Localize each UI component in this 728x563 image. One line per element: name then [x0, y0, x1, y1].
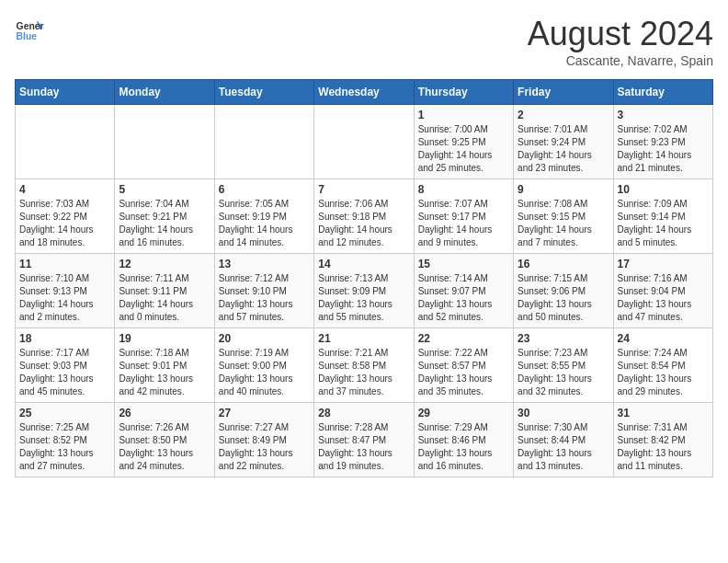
calendar-day-cell: 12Sunrise: 7:11 AM Sunset: 9:11 PM Dayli…	[115, 254, 214, 328]
day-info: Sunrise: 7:27 AM Sunset: 8:49 PM Dayligh…	[219, 421, 310, 473]
day-number: 18	[19, 332, 110, 345]
day-info: Sunrise: 7:29 AM Sunset: 8:46 PM Dayligh…	[418, 421, 509, 473]
calendar-day-cell: 18Sunrise: 7:17 AM Sunset: 9:03 PM Dayli…	[16, 328, 115, 403]
day-number: 26	[119, 407, 210, 419]
day-number: 16	[518, 258, 609, 270]
weekday-header-cell: Thursday	[414, 80, 513, 105]
day-info: Sunrise: 7:28 AM Sunset: 8:47 PM Dayligh…	[318, 421, 409, 473]
calendar-day-cell: 9Sunrise: 7:08 AM Sunset: 9:15 PM Daylig…	[514, 179, 613, 254]
location-subtitle: Cascante, Navarre, Spain	[528, 53, 713, 68]
day-info: Sunrise: 7:17 AM Sunset: 9:03 PM Dayligh…	[19, 347, 110, 398]
day-number: 3	[618, 109, 709, 121]
calendar-day-cell: 21Sunrise: 7:21 AM Sunset: 8:58 PM Dayli…	[314, 328, 414, 403]
day-number: 30	[518, 407, 609, 419]
weekday-header-cell: Monday	[115, 80, 214, 105]
day-info: Sunrise: 7:13 AM Sunset: 9:09 PM Dayligh…	[318, 272, 409, 324]
calendar-day-cell: 17Sunrise: 7:16 AM Sunset: 9:04 PM Dayli…	[613, 254, 712, 328]
calendar-day-cell: 13Sunrise: 7:12 AM Sunset: 9:10 PM Dayli…	[214, 254, 313, 328]
calendar-day-cell: 7Sunrise: 7:06 AM Sunset: 9:18 PM Daylig…	[314, 179, 414, 254]
calendar-day-cell: 10Sunrise: 7:09 AM Sunset: 9:14 PM Dayli…	[613, 179, 712, 254]
title-block: August 2024 Cascante, Navarre, Spain	[528, 15, 713, 68]
day-number: 8	[418, 183, 509, 196]
svg-text:Blue: Blue	[17, 31, 38, 41]
day-info: Sunrise: 7:11 AM Sunset: 9:11 PM Dayligh…	[119, 272, 210, 324]
calendar-day-cell: 1Sunrise: 7:00 AM Sunset: 9:25 PM Daylig…	[414, 105, 513, 179]
calendar-week-row: 1Sunrise: 7:00 AM Sunset: 9:25 PM Daylig…	[16, 105, 713, 179]
day-info: Sunrise: 7:31 AM Sunset: 8:42 PM Dayligh…	[618, 421, 709, 473]
day-info: Sunrise: 7:01 AM Sunset: 9:24 PM Dayligh…	[518, 123, 609, 175]
day-info: Sunrise: 7:22 AM Sunset: 8:57 PM Dayligh…	[418, 347, 509, 398]
day-info: Sunrise: 7:21 AM Sunset: 8:58 PM Dayligh…	[318, 347, 409, 398]
day-number: 9	[518, 183, 609, 196]
day-info: Sunrise: 7:02 AM Sunset: 9:23 PM Dayligh…	[618, 123, 709, 175]
calendar-day-cell: 5Sunrise: 7:04 AM Sunset: 9:21 PM Daylig…	[115, 179, 214, 254]
calendar-day-cell	[16, 105, 115, 179]
page-header: General Blue August 2024 Cascante, Navar…	[15, 15, 713, 68]
day-info: Sunrise: 7:04 AM Sunset: 9:21 PM Dayligh…	[119, 198, 210, 249]
calendar-day-cell: 8Sunrise: 7:07 AM Sunset: 9:17 PM Daylig…	[414, 179, 513, 254]
day-info: Sunrise: 7:19 AM Sunset: 9:00 PM Dayligh…	[219, 347, 310, 398]
day-number: 2	[518, 109, 609, 121]
calendar-day-cell: 31Sunrise: 7:31 AM Sunset: 8:42 PM Dayli…	[613, 403, 712, 477]
calendar-week-row: 4Sunrise: 7:03 AM Sunset: 9:22 PM Daylig…	[16, 179, 713, 254]
day-number: 1	[418, 109, 509, 121]
day-number: 15	[418, 258, 509, 270]
calendar-day-cell: 27Sunrise: 7:27 AM Sunset: 8:49 PM Dayli…	[214, 403, 313, 477]
calendar-week-row: 18Sunrise: 7:17 AM Sunset: 9:03 PM Dayli…	[16, 328, 713, 403]
month-title: August 2024	[528, 15, 713, 53]
calendar-week-row: 11Sunrise: 7:10 AM Sunset: 9:13 PM Dayli…	[16, 254, 713, 328]
day-number: 25	[19, 407, 110, 419]
day-info: Sunrise: 7:06 AM Sunset: 9:18 PM Dayligh…	[318, 198, 409, 249]
calendar-body: 1Sunrise: 7:00 AM Sunset: 9:25 PM Daylig…	[16, 105, 713, 477]
day-info: Sunrise: 7:16 AM Sunset: 9:04 PM Dayligh…	[618, 272, 709, 324]
calendar-day-cell: 24Sunrise: 7:24 AM Sunset: 8:54 PM Dayli…	[613, 328, 712, 403]
logo: General Blue	[15, 15, 44, 44]
calendar-day-cell: 25Sunrise: 7:25 AM Sunset: 8:52 PM Dayli…	[16, 403, 115, 477]
day-info: Sunrise: 7:00 AM Sunset: 9:25 PM Dayligh…	[418, 123, 509, 175]
day-info: Sunrise: 7:18 AM Sunset: 9:01 PM Dayligh…	[119, 347, 210, 398]
day-number: 11	[19, 258, 110, 270]
calendar-day-cell: 2Sunrise: 7:01 AM Sunset: 9:24 PM Daylig…	[514, 105, 613, 179]
day-info: Sunrise: 7:08 AM Sunset: 9:15 PM Dayligh…	[518, 198, 609, 249]
calendar-table: SundayMondayTuesdayWednesdayThursdayFrid…	[15, 79, 713, 477]
day-number: 12	[119, 258, 210, 270]
day-number: 20	[219, 332, 310, 345]
calendar-day-cell: 3Sunrise: 7:02 AM Sunset: 9:23 PM Daylig…	[613, 105, 712, 179]
calendar-day-cell: 14Sunrise: 7:13 AM Sunset: 9:09 PM Dayli…	[314, 254, 414, 328]
day-number: 27	[219, 407, 310, 419]
day-number: 24	[618, 332, 709, 345]
day-number: 19	[119, 332, 210, 345]
day-number: 7	[318, 183, 409, 196]
calendar-day-cell: 11Sunrise: 7:10 AM Sunset: 9:13 PM Dayli…	[16, 254, 115, 328]
day-info: Sunrise: 7:24 AM Sunset: 8:54 PM Dayligh…	[618, 347, 709, 398]
day-number: 31	[618, 407, 709, 419]
day-info: Sunrise: 7:12 AM Sunset: 9:10 PM Dayligh…	[219, 272, 310, 324]
day-info: Sunrise: 7:09 AM Sunset: 9:14 PM Dayligh…	[618, 198, 709, 249]
calendar-day-cell: 23Sunrise: 7:23 AM Sunset: 8:55 PM Dayli…	[514, 328, 613, 403]
calendar-day-cell: 29Sunrise: 7:29 AM Sunset: 8:46 PM Dayli…	[414, 403, 513, 477]
day-info: Sunrise: 7:05 AM Sunset: 9:19 PM Dayligh…	[219, 198, 310, 249]
day-info: Sunrise: 7:07 AM Sunset: 9:17 PM Dayligh…	[418, 198, 509, 249]
day-number: 14	[318, 258, 409, 270]
day-info: Sunrise: 7:14 AM Sunset: 9:07 PM Dayligh…	[418, 272, 509, 324]
day-number: 10	[618, 183, 709, 196]
day-info: Sunrise: 7:23 AM Sunset: 8:55 PM Dayligh…	[518, 347, 609, 398]
day-number: 28	[318, 407, 409, 419]
day-info: Sunrise: 7:30 AM Sunset: 8:44 PM Dayligh…	[518, 421, 609, 473]
calendar-day-cell: 20Sunrise: 7:19 AM Sunset: 9:00 PM Dayli…	[214, 328, 313, 403]
day-number: 22	[418, 332, 509, 345]
calendar-day-cell: 15Sunrise: 7:14 AM Sunset: 9:07 PM Dayli…	[414, 254, 513, 328]
calendar-day-cell: 19Sunrise: 7:18 AM Sunset: 9:01 PM Dayli…	[115, 328, 214, 403]
day-number: 29	[418, 407, 509, 419]
calendar-day-cell: 28Sunrise: 7:28 AM Sunset: 8:47 PM Dayli…	[314, 403, 414, 477]
day-info: Sunrise: 7:03 AM Sunset: 9:22 PM Dayligh…	[19, 198, 110, 249]
calendar-day-cell	[314, 105, 414, 179]
calendar-day-cell	[115, 105, 214, 179]
day-number: 13	[219, 258, 310, 270]
day-number: 5	[119, 183, 210, 196]
calendar-day-cell: 4Sunrise: 7:03 AM Sunset: 9:22 PM Daylig…	[16, 179, 115, 254]
day-info: Sunrise: 7:15 AM Sunset: 9:06 PM Dayligh…	[518, 272, 609, 324]
weekday-header-cell: Tuesday	[214, 80, 313, 105]
day-number: 21	[318, 332, 409, 345]
calendar-day-cell: 26Sunrise: 7:26 AM Sunset: 8:50 PM Dayli…	[115, 403, 214, 477]
